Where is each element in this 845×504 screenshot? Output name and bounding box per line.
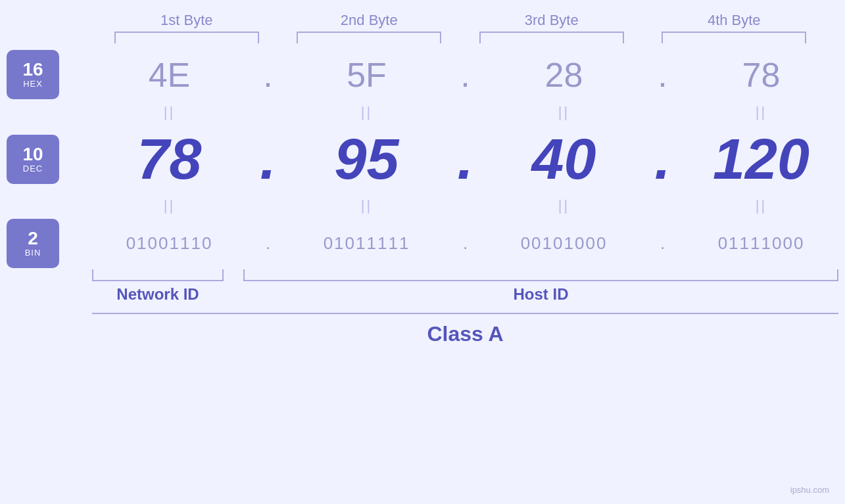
dec-base: DEC — [23, 164, 43, 173]
main-container: 1st Byte 2nd Byte 3rd Byte 4th Byte 16 H… — [0, 0, 845, 504]
network-bracket — [92, 269, 224, 281]
bin-num: 2 — [28, 229, 38, 248]
eq4: || — [696, 104, 827, 121]
eq2: || — [301, 104, 433, 121]
hex-label-col: 16 HEX — [0, 50, 85, 99]
hex-row-section: 16 HEX 4E . 5F . 28 . 78 — [0, 50, 845, 99]
dec-num: 10 — [22, 145, 43, 164]
dec-dot2: . — [456, 126, 475, 193]
equals-symbols-row1: || || || || — [85, 99, 845, 126]
dec-values-row: 78 . 95 . 40 . 120 — [85, 126, 845, 193]
bracket-b3 — [479, 32, 624, 43]
dec-b4: 120 — [696, 130, 827, 188]
hex-dot3: . — [653, 55, 673, 95]
network-id-label: Network ID — [92, 285, 224, 304]
dec-badge: 10 DEC — [7, 135, 59, 184]
eq8: || — [696, 197, 827, 214]
bin-b3: 00101000 — [498, 233, 630, 254]
byte2-header: 2nd Byte — [297, 12, 441, 29]
equals-symbols-row2: || || || || — [85, 193, 845, 219]
byte-headers: 1st Byte 2nd Byte 3rd Byte 4th Byte — [0, 0, 845, 29]
dec-b1: 78 — [104, 130, 235, 188]
equals-row1: || || || || — [0, 99, 845, 126]
byte4-header: 4th Byte — [662, 12, 806, 29]
dec-row-section: 10 DEC 78 . 95 . 40 . 120 — [0, 126, 845, 193]
dec-b2: 95 — [301, 130, 433, 188]
byte3-header: 3rd Byte — [479, 12, 624, 29]
bin-values-row: 01001110 . 01011111 . 00101000 . 0111100… — [85, 221, 845, 267]
hex-b3: 28 — [498, 55, 630, 95]
hex-b2: 5F — [301, 55, 433, 95]
bin-b2: 01011111 — [301, 233, 433, 254]
eq1: || — [104, 104, 235, 121]
bin-row-section: 2 BIN 01001110 . 01011111 . 00101000 . 0… — [0, 219, 845, 268]
top-bracket-row — [0, 32, 845, 43]
eq5: || — [104, 197, 235, 214]
class-label: Class A — [427, 322, 503, 346]
bracket-b4 — [662, 32, 806, 43]
hex-values-row: 4E . 5F . 28 . 78 — [85, 55, 845, 95]
hex-badge: 16 HEX — [7, 50, 59, 99]
bin-badge: 2 BIN — [7, 219, 59, 268]
equals-row2: || || || || — [0, 193, 845, 219]
bottom-labels-row: Network ID Host ID — [85, 285, 845, 304]
host-id-label: Host ID — [243, 285, 838, 304]
watermark: ipshu.com — [790, 485, 829, 495]
bin-dot3: . — [653, 233, 673, 254]
class-section: Class A — [85, 313, 845, 346]
bottom-label-flex: Network ID Host ID — [92, 285, 838, 304]
hex-b1: 4E — [104, 55, 235, 95]
dec-b3: 40 — [498, 130, 630, 188]
hex-dot2: . — [456, 55, 475, 95]
hex-dot1: . — [258, 55, 278, 95]
eq7: || — [498, 197, 630, 214]
dec-dot1: . — [258, 126, 278, 193]
dec-label-col: 10 DEC — [0, 135, 85, 184]
bottom-brackets-row — [85, 269, 845, 281]
hex-num: 16 — [22, 60, 43, 79]
bin-dot1: . — [258, 233, 278, 254]
bin-base: BIN — [25, 248, 41, 258]
host-bracket — [243, 269, 838, 281]
hex-base: HEX — [23, 79, 43, 89]
dec-dot3: . — [653, 126, 673, 193]
eq6: || — [301, 197, 433, 214]
bin-dot2: . — [456, 233, 475, 254]
bottom-bracket-flex — [92, 269, 838, 281]
eq3: || — [498, 104, 630, 121]
bracket-b2 — [297, 32, 441, 43]
bracket-b1 — [114, 32, 259, 43]
class-a-container: Class A — [92, 313, 838, 346]
bin-b1: 01001110 — [104, 233, 235, 254]
bin-label-col: 2 BIN — [0, 219, 85, 268]
bin-b4: 01111000 — [696, 233, 827, 254]
byte1-header: 1st Byte — [114, 12, 259, 29]
hex-b4: 78 — [696, 55, 827, 95]
